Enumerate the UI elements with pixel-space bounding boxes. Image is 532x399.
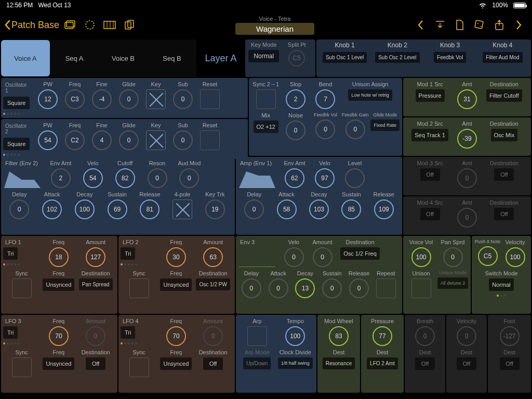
- push-note[interactable]: C5: [478, 246, 498, 266]
- env3-amount[interactable]: 0: [313, 247, 332, 267]
- filter-velo[interactable]: 54: [83, 168, 103, 188]
- lfo3-sync[interactable]: [12, 357, 32, 377]
- lfo1-dest[interactable]: Pan Spread: [79, 278, 113, 290]
- osc1-fine-dial[interactable]: -4: [92, 89, 112, 109]
- fbgain-dial[interactable]: 0: [345, 119, 365, 139]
- lfo1-sync[interactable]: [12, 278, 32, 298]
- mod3-dest[interactable]: Off: [494, 168, 514, 181]
- lfo4-dest[interactable]: Off: [203, 357, 223, 370]
- env3-decay[interactable]: 13: [295, 278, 315, 298]
- mod2-dest[interactable]: Osc Mix: [491, 129, 518, 141]
- velocity-amt[interactable]: 0: [457, 326, 476, 346]
- mod2-amt[interactable]: -39: [457, 129, 477, 149]
- mod4-src[interactable]: Off: [420, 208, 440, 220]
- osc1-wave[interactable]: Square: [3, 97, 30, 109]
- knob1-select[interactable]: Sub Osc 1 Level: [323, 52, 367, 63]
- arp-tempo[interactable]: 100: [285, 326, 305, 346]
- arp-toggle[interactable]: [247, 326, 267, 346]
- prev-icon[interactable]: [411, 16, 429, 34]
- env3-attack[interactable]: 0: [269, 278, 288, 298]
- copy-icon[interactable]: [121, 16, 138, 34]
- lfo1-freq2[interactable]: Unsynced: [43, 278, 74, 291]
- amp-velo[interactable]: 97: [315, 168, 335, 188]
- lfo2-wave[interactable]: Tri: [121, 247, 135, 260]
- osc2-reset-toggle[interactable]: [200, 130, 220, 150]
- env3-delay[interactable]: 0: [242, 278, 261, 298]
- knob2-select[interactable]: Sub Osc 2 Level: [375, 52, 419, 63]
- tab-voice-b[interactable]: Voice B: [99, 40, 148, 76]
- lfo3-freq2[interactable]: Unsynced: [43, 357, 74, 370]
- lfo3-dest[interactable]: Off: [86, 357, 105, 370]
- lfo2-dest[interactable]: Osc 1/2 PW: [196, 278, 230, 290]
- arp-mode[interactable]: Up/Down: [243, 357, 271, 369]
- filter-cutoff[interactable]: 82: [115, 168, 135, 188]
- osc1-glide-dial[interactable]: 0: [119, 89, 139, 109]
- pressure-amt[interactable]: 77: [373, 326, 392, 346]
- env3-dest[interactable]: Osc 1/2 Freq: [340, 247, 380, 260]
- filter-audmod[interactable]: 0: [179, 168, 199, 188]
- amp-attack[interactable]: 58: [277, 200, 297, 219]
- lfo2-freq[interactable]: 30: [166, 247, 186, 267]
- sync-toggle[interactable]: [256, 89, 276, 109]
- amp-decay[interactable]: 103: [309, 200, 329, 219]
- osc2-freq-dial[interactable]: C2: [65, 130, 85, 150]
- amp-level[interactable]: [345, 168, 365, 188]
- lfo2-amount[interactable]: 63: [203, 247, 223, 267]
- arp-clock[interactable]: 1/8 half swing: [278, 357, 313, 369]
- unison-assign-select[interactable]: Low Note w/ retrig: [348, 89, 392, 101]
- back-button[interactable]: Patch Base: [4, 20, 59, 31]
- filter-envamt[interactable]: 2: [51, 168, 71, 188]
- osc2-sub-dial[interactable]: 0: [173, 130, 193, 150]
- knob3-select[interactable]: Feedbk Vol: [434, 52, 466, 63]
- lfo3-amount[interactable]: 0: [86, 326, 105, 346]
- breath-dest[interactable]: Off: [415, 357, 435, 370]
- mix-select[interactable]: O2 +12: [254, 121, 278, 133]
- filter-attack[interactable]: 102: [42, 200, 62, 219]
- lfo1-wave[interactable]: Tri: [3, 247, 18, 260]
- unison-toggle[interactable]: [411, 278, 431, 298]
- mod2-src[interactable]: Seq Track 1: [411, 129, 448, 141]
- osc1-key-toggle[interactable]: [146, 89, 166, 109]
- lfo1-freq[interactable]: 18: [49, 247, 69, 267]
- mod1-dest[interactable]: Filter Cutoff: [486, 89, 522, 102]
- filter-env-graph[interactable]: [3, 168, 41, 188]
- download-icon[interactable]: [431, 16, 449, 34]
- lfo1-amount[interactable]: 127: [86, 247, 105, 267]
- osc2-glide-dial[interactable]: 0: [119, 130, 139, 150]
- env3-velo[interactable]: 0: [284, 247, 304, 267]
- filter-decay[interactable]: 100: [75, 200, 95, 219]
- foot-dest[interactable]: Off: [500, 357, 520, 370]
- osc1-sub-dial[interactable]: 0: [173, 89, 193, 109]
- modwheel-dest[interactable]: Resonance: [323, 357, 355, 369]
- filter-reson[interactable]: 0: [148, 168, 167, 188]
- pressure-dest[interactable]: LFO 2 Amt: [367, 357, 398, 369]
- osc2-fine-dial[interactable]: 4: [92, 130, 112, 150]
- noise-dial[interactable]: 0: [286, 121, 305, 140]
- filter-delay[interactable]: 0: [9, 200, 29, 219]
- mod3-src[interactable]: Off: [420, 168, 440, 181]
- patch-header[interactable]: Voice - Tetra Wagnerian: [228, 16, 322, 35]
- velocity-dest[interactable]: Off: [457, 357, 476, 370]
- lfo4-sync[interactable]: [129, 357, 149, 377]
- osc2-wave[interactable]: Square: [3, 138, 30, 150]
- mod4-amt[interactable]: 0: [457, 208, 477, 228]
- splitpt-dial[interactable]: C5: [288, 50, 305, 66]
- filter-4pole[interactable]: [172, 200, 192, 219]
- share-icon[interactable]: [490, 16, 508, 34]
- env3-graph[interactable]: [238, 247, 275, 267]
- filter-keytrk[interactable]: 19: [205, 200, 225, 219]
- osc2-key-toggle[interactable]: [146, 130, 166, 150]
- piano-icon[interactable]: [101, 16, 118, 34]
- glidemode-select[interactable]: Fixed Rate: [370, 119, 400, 131]
- lfo4-amount[interactable]: 0: [203, 326, 223, 346]
- lfo3-wave[interactable]: Tri: [3, 326, 18, 339]
- push-mode[interactable]: Normal: [489, 278, 513, 291]
- osc2-pw-dial[interactable]: 54: [38, 130, 58, 150]
- env3-release[interactable]: 0: [349, 278, 369, 298]
- bend-dial[interactable]: 7: [315, 89, 335, 109]
- amp-release[interactable]: 109: [374, 200, 394, 219]
- mod1-amt[interactable]: 31: [457, 89, 477, 109]
- keymode-select[interactable]: Normal: [248, 50, 279, 62]
- voice-pan[interactable]: 0: [443, 247, 463, 267]
- lfo3-freq[interactable]: 70: [49, 326, 69, 346]
